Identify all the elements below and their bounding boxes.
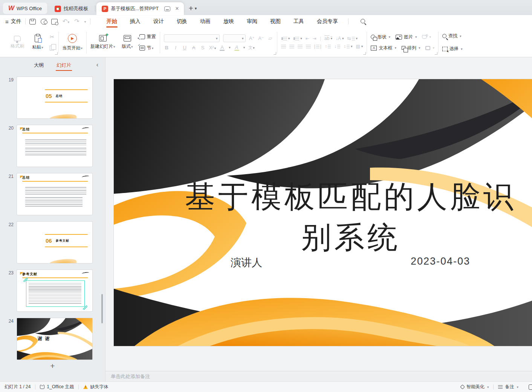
align-left-icon[interactable]	[281, 45, 286, 48]
clipped-view-icon[interactable]	[529, 384, 532, 390]
close-tab-icon[interactable]: ×	[175, 6, 179, 12]
missing-font-warning[interactable]: 缺失字体	[83, 384, 108, 390]
numbered-list-icon[interactable]: ▾	[293, 37, 302, 40]
arrange-button[interactable]: 排列▾	[402, 44, 420, 52]
slide-21-thumbnail[interactable]: 总结	[17, 173, 93, 215]
save-icon[interactable]	[29, 19, 36, 24]
docer-template-tab[interactable]: 找稻壳模板	[49, 2, 93, 15]
play-from-current-button[interactable]: ▶ 当页开始▾	[63, 31, 83, 54]
cut-button[interactable]: ✂	[50, 33, 55, 41]
tab-outline[interactable]: 大纲	[33, 60, 44, 70]
shapes-button[interactable]: 形状▾	[371, 33, 390, 41]
tab-animation[interactable]: 动画	[194, 15, 217, 28]
reset-button[interactable]: 重置	[139, 33, 156, 41]
underline-icon[interactable]: U	[182, 45, 188, 51]
notes-toggle-button[interactable]: 备注 ▾	[498, 384, 518, 390]
date-text[interactable]: 2023-04-03	[411, 256, 470, 267]
tab-home[interactable]: 开始	[100, 15, 124, 28]
increase-indent-icon[interactable]: ⇥	[313, 36, 316, 41]
paste-button[interactable]: 粘贴▾	[29, 31, 46, 54]
tab-view[interactable]: 视图	[264, 15, 287, 28]
rotate-handle-icon[interactable]	[83, 305, 87, 310]
highlight-color-icon[interactable]: A	[234, 44, 240, 51]
slide-24-thumbnail[interactable]: 谢 谢	[17, 318, 93, 360]
shape-outline-button[interactable]: ▾	[425, 44, 434, 52]
customize-toolbar-chevron-icon[interactable]: ▾	[84, 20, 86, 24]
layout-button[interactable]: 版式▾	[119, 31, 136, 54]
document-tab[interactable]: P 基于模板匹...答辩PPT ×	[96, 2, 184, 15]
clear-format-icon[interactable]: ▱	[268, 35, 273, 41]
convert-smartart-icon[interactable]: ⇆▾	[347, 36, 358, 41]
italic-icon[interactable]: I	[173, 45, 179, 51]
font-name-combo[interactable]: ▾	[164, 34, 220, 42]
justify-icon[interactable]	[306, 45, 311, 48]
font-size-combo[interactable]: ▾	[223, 34, 246, 42]
slide-22-thumbnail[interactable]: 06 参考文献	[17, 221, 93, 263]
strikethrough-icon[interactable]: A	[191, 45, 197, 51]
increase-font-icon[interactable]: A⁺	[249, 35, 255, 41]
current-slide[interactable]: 基于模板匹配的人脸识 别系统 演讲人 2023-04-03	[114, 79, 532, 346]
tab-insert[interactable]: 插入	[124, 15, 147, 28]
slide-title-text[interactable]: 基于模板匹配的人脸识 别系统	[114, 176, 532, 258]
tab-slideshow[interactable]: 放映	[217, 15, 240, 28]
character-border-icon[interactable]: ab▾	[324, 36, 332, 41]
text-direction-icon[interactable]: ↓A▾	[336, 36, 344, 41]
text-shadow-icon[interactable]: S	[200, 45, 206, 51]
decrease-indent-icon[interactable]: ⇤	[306, 36, 309, 41]
row-spacing-down-icon[interactable]: ↓	[334, 44, 340, 49]
clipboard-dialog-launcher[interactable]	[55, 52, 58, 55]
print-preview-icon[interactable]	[51, 19, 58, 24]
collapse-panel-icon[interactable]: ‹	[96, 61, 98, 68]
tab-list-chevron-icon[interactable]: ▾	[195, 6, 197, 11]
drawing-dialog-launcher[interactable]	[435, 52, 437, 55]
output-convert-icon[interactable]	[41, 19, 46, 24]
tab-review[interactable]: 审阅	[240, 15, 264, 28]
theme-indicator[interactable]: 1_Office 主题	[40, 384, 74, 390]
add-slide-button[interactable]: +	[0, 361, 105, 371]
selected-textbox[interactable]	[26, 280, 85, 307]
presenter-text[interactable]: 演讲人	[231, 256, 262, 270]
slide-23-thumbnail[interactable]: 参考文献	[17, 270, 93, 312]
distribute-icon[interactable]: ||	[314, 44, 321, 49]
bullet-list-icon[interactable]: ▾	[281, 37, 290, 40]
search-button[interactable]	[361, 18, 365, 24]
tab-transition[interactable]: 切换	[170, 15, 194, 28]
undo-icon[interactable]: ↶▾	[63, 18, 69, 24]
tab-slides[interactable]: 幻灯片	[56, 60, 72, 70]
undo-chevron-icon[interactable]: ▾	[67, 20, 69, 24]
bold-icon[interactable]: B	[164, 45, 170, 51]
paragraph-dialog-launcher[interactable]	[363, 52, 366, 55]
superscript-icon[interactable]: X²▾	[209, 45, 216, 51]
notes-bar[interactable]: 单击此处添加备注	[105, 371, 532, 381]
align-center-icon[interactable]	[289, 45, 294, 48]
copy-button[interactable]	[50, 44, 55, 52]
rotate-handle-icon[interactable]	[23, 277, 28, 282]
thumbnail-scrollbar[interactable]	[101, 294, 103, 323]
section-button[interactable]: 节▾	[139, 44, 156, 52]
new-tab-button[interactable]: +	[188, 4, 193, 12]
find-button[interactable]: 查找▾	[442, 32, 463, 40]
format-painter-button[interactable]: 格式刷	[9, 31, 26, 54]
tab-tools[interactable]: 工具	[287, 15, 310, 28]
wps-home-tab[interactable]: W WPS Office	[3, 3, 47, 14]
tab-design[interactable]: 设计	[147, 15, 170, 28]
picture-button[interactable]: 图片▾	[396, 33, 417, 41]
new-slide-button[interactable]: 新建幻灯片▾	[90, 31, 115, 54]
font-color-icon[interactable]: A	[219, 44, 225, 51]
align-right-icon[interactable]	[298, 45, 303, 48]
decrease-font-icon[interactable]: A⁻	[258, 35, 264, 41]
slide-19-thumbnail[interactable]: 05 总结	[17, 77, 93, 119]
slide-20-thumbnail[interactable]: 总结	[17, 125, 93, 167]
file-menu-button[interactable]: ≡ 文件	[5, 18, 21, 25]
pinyin-guide-icon[interactable]: 文▾	[248, 45, 255, 51]
tab-member[interactable]: 会员专享	[310, 15, 344, 28]
font-dialog-launcher[interactable]	[274, 52, 276, 55]
textbox-button[interactable]: A文本框▾	[371, 44, 396, 52]
row-spacing-up-icon[interactable]: ↑	[325, 44, 331, 49]
split-window-icon[interactable]	[164, 6, 170, 11]
select-button[interactable]: 选择▾	[442, 45, 463, 53]
line-spacing-icon[interactable]: ↕▾	[344, 44, 353, 49]
fill-color-button[interactable]: ▾	[422, 33, 431, 41]
redo-icon[interactable]: ↷	[74, 18, 79, 24]
smart-beautify-button[interactable]: 智能美化 ▾	[461, 384, 489, 390]
